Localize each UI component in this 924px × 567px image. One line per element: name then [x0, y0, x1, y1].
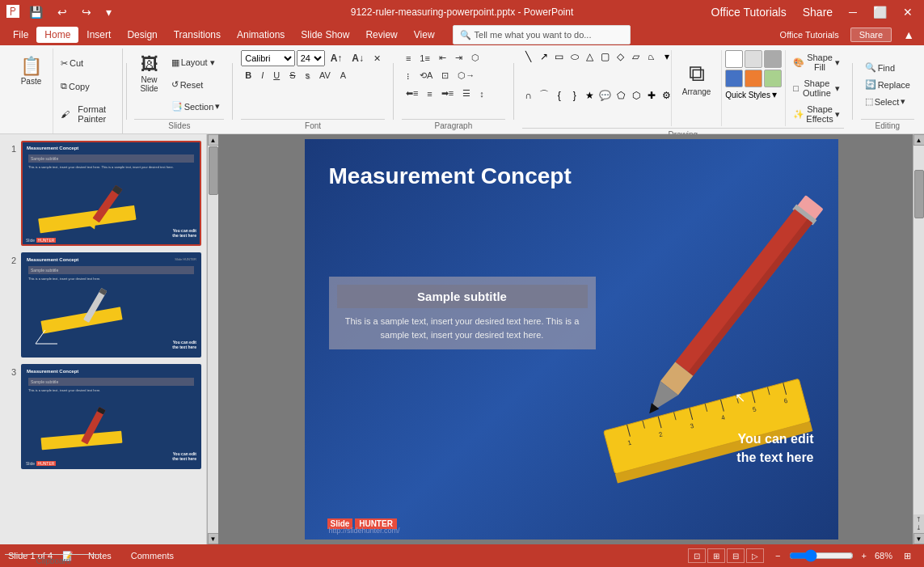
convert-smartart-btn[interactable]: ⬡→: [454, 68, 479, 83]
char-spacing-btn[interactable]: AV: [315, 68, 335, 83]
font-family-select[interactable]: Calibri: [241, 50, 295, 66]
scroll-thumb[interactable]: [209, 146, 218, 195]
main-slide-canvas[interactable]: Measurement Concept Sample subtitle This…: [305, 139, 838, 539]
shape-effects-btn[interactable]: ✨ Shape Effects ▾: [789, 102, 843, 126]
smartart-btn[interactable]: ⬡: [467, 50, 483, 66]
numbering-btn[interactable]: 1≡: [416, 50, 434, 66]
qs-item-3[interactable]: [764, 50, 782, 68]
view-reading-btn[interactable]: ▷: [746, 548, 764, 563]
shape-fill-btn[interactable]: 🎨 Shape Fill ▾: [789, 50, 843, 74]
shape-parallelogram[interactable]: ▱: [630, 50, 643, 63]
align-left-btn[interactable]: ⬅≡: [402, 86, 422, 101]
text-dir-btn[interactable]: ⟲A: [416, 68, 437, 83]
shape-arrow[interactable]: ↗: [538, 50, 551, 63]
decrease-font-btn[interactable]: A↓: [348, 50, 368, 66]
bold-btn[interactable]: B: [241, 68, 255, 83]
menu-view[interactable]: View: [406, 27, 443, 43]
shape-star[interactable]: ★: [584, 89, 597, 102]
qs-item-6[interactable]: [764, 70, 782, 87]
arrange-btn[interactable]: ⧉ Arrange: [675, 50, 719, 107]
canvas-scroll-thumb[interactable]: [914, 170, 924, 218]
qs-item-2[interactable]: [745, 50, 762, 68]
zoom-slider[interactable]: [789, 549, 854, 562]
close-btn[interactable]: ✕: [898, 4, 918, 20]
increase-indent-btn[interactable]: ⇥: [451, 50, 466, 66]
slide-thumb-2[interactable]: 2 Measurement Concept Slide HUNTER Sampl…: [5, 252, 201, 358]
align-center-btn[interactable]: ≡: [423, 86, 436, 101]
slide-subtitle-box[interactable]: Sample subtitle This is a sample text, i…: [329, 277, 596, 349]
slide-thumb-3[interactable]: 3 Measurement Concept Sample subtitle Th…: [5, 364, 201, 469]
view-slidesorter-btn[interactable]: ⊟: [727, 548, 745, 563]
slide-panel-scrollbar[interactable]: ▲ ▼: [207, 134, 218, 544]
layout-btn[interactable]: ▦ Layout ▾: [167, 55, 225, 70]
cut-btn[interactable]: ✂ Cut: [57, 56, 117, 71]
slide-preview-3[interactable]: Measurement Concept Sample subtitle This…: [21, 364, 201, 469]
shape-line[interactable]: ╲: [522, 50, 535, 63]
canvas-scroll-up-btn[interactable]: ▲: [913, 134, 925, 146]
scroll-down-btn[interactable]: ▼: [208, 533, 219, 544]
share-btn[interactable]: Share: [798, 4, 838, 20]
shape-arc[interactable]: ⌒: [538, 89, 551, 102]
account-btn[interactable]: Office Tutorials: [775, 28, 844, 41]
shadow-btn[interactable]: s: [302, 68, 314, 83]
slide-preview-2[interactable]: Measurement Concept Slide HUNTER Sample …: [21, 252, 201, 358]
select-btn[interactable]: ⬚ Select ▾: [861, 94, 914, 109]
menu-review[interactable]: Review: [357, 27, 405, 43]
shape-outline-btn[interactable]: □ Shape Outline ▾: [789, 76, 843, 100]
strikethrough-btn[interactable]: S: [285, 68, 299, 83]
col-btn[interactable]: ⫶: [402, 68, 415, 83]
slide-edit-text[interactable]: You can editthe text here: [736, 430, 813, 467]
comments-btn[interactable]: Comments: [126, 549, 179, 562]
shape-oval[interactable]: ⬭: [568, 50, 581, 63]
qs-item-5[interactable]: [745, 70, 762, 87]
redo-quick-btn[interactable]: ↪: [77, 4, 96, 20]
underline-btn[interactable]: U: [269, 68, 284, 83]
decrease-indent-btn[interactable]: ⇤: [435, 50, 450, 66]
shape-rrect[interactable]: ▢: [599, 50, 612, 63]
canvas-scroll-down-btn[interactable]: ▼: [913, 533, 925, 544]
slide-thumb-1[interactable]: 1 Measurement Concept Sample subtitle Th…: [5, 141, 201, 246]
menu-home[interactable]: Home: [36, 27, 78, 43]
new-slide-btn[interactable]: 🖼 NewSlide: [134, 50, 163, 99]
copy-btn[interactable]: ⧉ Copy: [57, 78, 117, 94]
scroll-top-btn[interactable]: ⤒: [916, 516, 922, 523]
shape-hexagon[interactable]: ⬡: [630, 89, 643, 102]
shape-curved[interactable]: ∩: [522, 89, 535, 102]
menu-slideshow[interactable]: Slide Show: [293, 27, 357, 43]
line-spacing-btn[interactable]: ↕: [475, 86, 488, 101]
qs-item-1[interactable]: [725, 50, 743, 68]
font-color-btn[interactable]: A: [336, 68, 350, 83]
section-btn[interactable]: 📑 Section ▾: [167, 99, 225, 114]
format-painter-btn[interactable]: 🖌 Format Painter: [57, 102, 117, 126]
save-quick-btn[interactable]: 💾: [24, 4, 48, 20]
menu-animations[interactable]: Animations: [229, 27, 293, 43]
shape-diamond[interactable]: ◇: [614, 50, 627, 63]
shape-callout[interactable]: 💬: [599, 89, 612, 102]
shape-bracket[interactable]: {: [553, 89, 566, 102]
align-right-btn[interactable]: ➡≡: [437, 86, 458, 101]
menu-file[interactable]: File: [5, 27, 36, 43]
zoom-in-btn[interactable]: +: [857, 549, 871, 562]
italic-btn[interactable]: I: [257, 68, 268, 83]
justify-btn[interactable]: ☰: [458, 86, 475, 101]
shape-cross[interactable]: ✚: [645, 89, 658, 102]
font-size-select[interactable]: 24: [297, 50, 325, 66]
restore-btn[interactable]: ⬜: [868, 4, 892, 20]
shape-triangle[interactable]: △: [584, 50, 597, 63]
scroll-bottom-btn[interactable]: ⤓: [916, 524, 922, 531]
canvas-v-scrollbar[interactable]: ▲ ⤒ ⤓ ▼: [913, 134, 924, 544]
shape-rect[interactable]: ▭: [553, 50, 566, 63]
slide-preview-1[interactable]: Measurement Concept Sample subtitle This…: [21, 141, 201, 246]
menu-transitions[interactable]: Transitions: [166, 27, 229, 43]
bullets-btn[interactable]: ≡: [402, 50, 415, 66]
shape-pentagon[interactable]: ⬠: [614, 89, 627, 102]
office-tutorials-btn[interactable]: Office Tutorials: [707, 4, 791, 20]
clear-format-btn[interactable]: ✕: [369, 51, 385, 66]
fit-window-btn[interactable]: ⊞: [899, 549, 916, 563]
find-btn[interactable]: 🔍 Find: [861, 60, 914, 75]
help-search-box[interactable]: 🔍 Tell me what you want to do...: [453, 25, 631, 44]
menu-insert[interactable]: Insert: [78, 27, 119, 43]
increase-font-btn[interactable]: A↑: [327, 50, 347, 66]
share-ribbon-btn[interactable]: Share: [850, 28, 892, 42]
scroll-up-btn[interactable]: ▲: [208, 134, 219, 146]
